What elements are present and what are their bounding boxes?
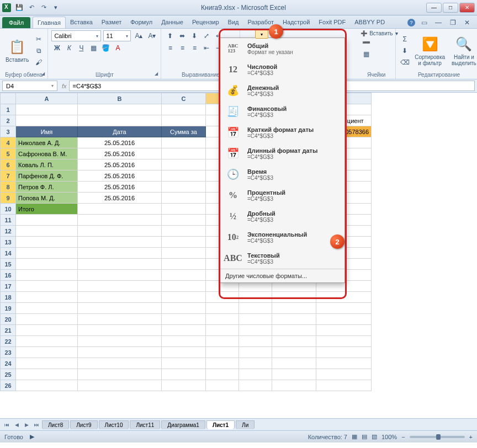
cell-A3[interactable]: Имя [16, 126, 78, 137]
row-header-26[interactable]: 26 [1, 380, 16, 391]
close-button[interactable]: ✕ [459, 3, 475, 13]
cell-D22[interactable] [206, 336, 239, 347]
cell-D24[interactable] [206, 358, 239, 369]
row-header-23[interactable]: 23 [1, 347, 16, 358]
cell-C19[interactable] [162, 303, 206, 314]
cell-B15[interactable] [78, 259, 162, 270]
cell-E23[interactable] [239, 347, 272, 358]
ribbon-tab-вставка[interactable]: Вставка [66, 17, 97, 28]
align-center-icon[interactable]: ≡ [177, 42, 188, 54]
sheet-nav-first-icon[interactable]: ⏮ [2, 420, 11, 429]
sheet-nav-prev-icon[interactable]: ◀ [12, 420, 21, 429]
cell-D19[interactable] [206, 303, 239, 314]
format-option-денежный[interactable]: 💰 Денежный =C4*$G$3 [220, 80, 344, 101]
cell-B24[interactable] [78, 358, 162, 369]
number-format-combo-arrow[interactable]: ▾ [255, 30, 268, 39]
format-option-краткий-формат-даты[interactable]: 📅 Краткий формат даты =C4*$G$3 [220, 122, 344, 143]
cell-A25[interactable] [16, 369, 78, 380]
italic-button[interactable]: К [63, 42, 75, 54]
column-header-B[interactable]: B [78, 93, 162, 104]
cell-F21[interactable] [272, 325, 316, 336]
zoom-slider[interactable] [410, 436, 465, 438]
cell-D21[interactable] [206, 325, 239, 336]
ribbon-tab-foxit pdf[interactable]: Foxit PDF [314, 17, 350, 28]
align-right-icon[interactable]: ≡ [189, 42, 200, 54]
format-option-финансовый[interactable]: 🧾 Финансовый =C4*$G$3 [220, 101, 344, 122]
file-tab[interactable]: Файл [2, 17, 30, 28]
sheet-tab[interactable]: Лист11 [130, 420, 160, 429]
cell-B20[interactable] [78, 314, 162, 325]
find-select-button[interactable]: 🔍 Найти и выделить [449, 30, 477, 71]
format-option-текстовый[interactable]: ABC Текстовый =C4*$G$3 [220, 248, 344, 269]
cell-B16[interactable] [78, 270, 162, 281]
format-option-процентный[interactable]: % Процентный =C4*$G$3 [220, 185, 344, 206]
cell-B18[interactable] [78, 292, 162, 303]
name-box[interactable]: D4▾ [2, 81, 57, 91]
cell-E22[interactable] [239, 336, 272, 347]
row-header-21[interactable]: 21 [1, 325, 16, 336]
cell-B11[interactable] [78, 215, 162, 226]
qat-more-icon[interactable]: ▾ [51, 3, 61, 13]
font-color-button[interactable]: A [112, 42, 123, 54]
fill-color-button[interactable]: 🪣 [100, 42, 111, 54]
font-family-combo[interactable]: Calibri▾ [51, 30, 101, 41]
doc-restore-icon[interactable]: ❐ [447, 17, 458, 28]
zoom-in-button[interactable]: + [469, 434, 473, 440]
cell-C20[interactable] [162, 314, 206, 325]
font-launcher-icon[interactable]: ◢ [153, 71, 160, 78]
decrease-font-icon[interactable]: A▾ [146, 30, 157, 41]
sort-filter-button[interactable]: 🔽 Сортировка и фильтр [412, 30, 447, 71]
cell-G25[interactable] [316, 369, 372, 380]
row-header-8[interactable]: 8 [1, 182, 16, 193]
cell-B8[interactable]: 25.05.2016 [78, 182, 162, 193]
format-option-дробный[interactable]: ½ Дробный =C4*$G$3 [220, 206, 344, 227]
row-header-2[interactable]: 2 [1, 115, 16, 126]
row-header-17[interactable]: 17 [1, 281, 16, 292]
cell-A10[interactable]: Итого [16, 204, 78, 215]
format-option-время[interactable]: 🕒 Время =C4*$G$3 [220, 164, 344, 185]
align-middle-icon[interactable]: ⬌ [177, 30, 188, 41]
fx-icon[interactable]: fx [62, 83, 67, 89]
ribbon-tab-рецензир[interactable]: Рецензир [188, 17, 224, 28]
row-header-7[interactable]: 7 [1, 170, 16, 182]
sheet-tab[interactable]: Диаграмма1 [161, 420, 205, 429]
cell-A19[interactable] [16, 303, 78, 314]
cell-C16[interactable] [162, 270, 206, 281]
cell-C14[interactable] [162, 248, 206, 259]
cell-C2[interactable] [162, 115, 206, 126]
cell-D25[interactable] [206, 369, 239, 380]
row-header-13[interactable]: 13 [1, 237, 16, 248]
sheet-tab[interactable]: Лист1 [206, 420, 235, 429]
cell-F25[interactable] [272, 369, 316, 380]
cell-C18[interactable] [162, 292, 206, 303]
format-option-длинный-формат-даты[interactable]: 📅 Длинный формат даты =C4*$G$3 [220, 143, 344, 164]
cell-C5[interactable] [162, 148, 206, 159]
format-option-числовой[interactable]: 12 Числовой =C4*$G$3 [220, 59, 344, 80]
cell-A17[interactable] [16, 281, 78, 292]
ribbon-tab-главная[interactable]: Главная [33, 17, 66, 28]
cell-A7[interactable]: Парфенов Д. Ф. [16, 170, 78, 182]
more-number-formats[interactable]: Другие числовые форматы... [220, 269, 344, 282]
zoom-out-button[interactable]: − [401, 434, 405, 440]
cell-A18[interactable] [16, 292, 78, 303]
sheet-tab[interactable]: Лист8 [42, 420, 69, 429]
cell-A13[interactable] [16, 237, 78, 248]
cell-A23[interactable] [16, 347, 78, 358]
undo-button[interactable]: ↶ [26, 3, 36, 13]
insert-cells-button[interactable]: ➕ Вставить ▾ [361, 30, 392, 36]
cell-G23[interactable] [316, 347, 372, 358]
underline-button[interactable]: Ч [76, 42, 87, 54]
cell-E24[interactable] [239, 358, 272, 369]
orientation-icon[interactable]: ⤢ [201, 30, 212, 41]
select-all-corner[interactable] [1, 93, 16, 104]
cell-C9[interactable] [162, 193, 206, 204]
cut-button[interactable]: ✂ [33, 34, 44, 45]
cell-C1[interactable] [162, 104, 206, 115]
cell-C3[interactable]: Сумма за [162, 126, 206, 137]
align-bottom-icon[interactable]: ⬇ [189, 30, 200, 41]
cell-A11[interactable] [16, 215, 78, 226]
cell-B3[interactable]: Дата [78, 126, 162, 137]
cell-E21[interactable] [239, 325, 272, 336]
row-header-5[interactable]: 5 [1, 148, 16, 159]
cell-F18[interactable] [272, 292, 316, 303]
